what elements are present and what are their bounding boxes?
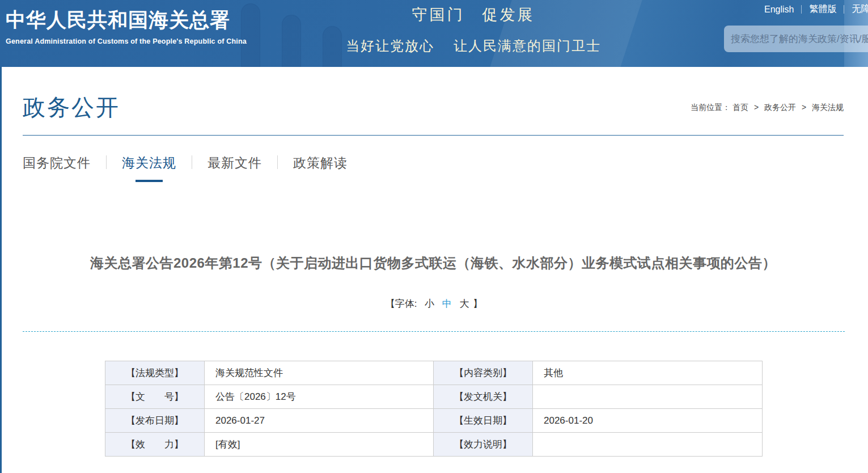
nav-english-link[interactable]: English <box>764 5 794 15</box>
meta-label-effective-date: 【生效日期】 <box>434 409 533 433</box>
nav-separator <box>844 5 844 14</box>
dashed-divider <box>23 331 845 332</box>
breadcrumb-separator: > <box>754 103 759 112</box>
slogan-line1: 守国门 促发展 <box>315 5 632 25</box>
site-header: 中华人民共和国海关总署 General Administration of Cu… <box>0 0 868 67</box>
breadcrumb-level2[interactable]: 海关法规 <box>812 103 844 112</box>
section-title-rule <box>23 135 844 136</box>
search-box[interactable] <box>724 26 868 52</box>
page-left-border <box>0 67 2 473</box>
tab-policy-interpretation[interactable]: 政策解读 <box>278 154 363 172</box>
meta-row: 【法规类型】 海关规范性文件 【内容类别】 其他 <box>105 361 763 385</box>
font-size-large-button[interactable]: 大 <box>460 298 469 309</box>
breadcrumb-level1[interactable]: 政务公开 <box>764 103 796 112</box>
meta-value-validity-note <box>533 433 763 457</box>
breadcrumb-home[interactable]: 首页 <box>732 103 748 112</box>
article-title: 海关总署公告2026年第12号（关于启动进出口货物多式联运（海铁、水水部分）业务… <box>23 254 844 272</box>
tab-customs-regulations[interactable]: 海关法规 <box>107 154 192 182</box>
meta-label-regulation-type: 【法规类型】 <box>105 361 205 385</box>
tab-latest-documents[interactable]: 最新文件 <box>192 154 277 172</box>
document-meta-table: 【法规类型】 海关规范性文件 【内容类别】 其他 【文 号】 公告〔2026〕1… <box>105 361 763 457</box>
breadcrumb: 当前位置： 首页 > 政务公开 > 海关法规 <box>691 103 844 113</box>
meta-value-validity: [有效] <box>205 433 434 457</box>
meta-label-content-category: 【内容类别】 <box>434 361 533 385</box>
meta-label-validity: 【效 力】 <box>105 433 205 457</box>
meta-row: 【发布日期】 2026-01-27 【生效日期】 2026-01-20 <box>105 409 763 433</box>
meta-value-document-number: 公告〔2026〕12号 <box>205 385 434 409</box>
meta-label-validity-note: 【效力说明】 <box>434 433 533 457</box>
font-size-selector: 【字体: 小 中 大 】 <box>0 297 868 310</box>
slogan-line2: 当好让党放心 让人民满意的国门卫士 <box>315 37 632 55</box>
site-logo-subtitle: General Administration of Customs of the… <box>6 37 247 45</box>
meta-value-effective-date: 2026-01-20 <box>533 409 763 433</box>
meta-label-document-number: 【文 号】 <box>105 385 205 409</box>
site-logo[interactable]: 中华人民共和国海关总署 General Administration of Cu… <box>6 7 247 45</box>
meta-row: 【效 力】 [有效] 【效力说明】 <box>105 433 763 457</box>
font-size-medium-button[interactable]: 中 <box>442 298 452 309</box>
nav-traditional-chinese-link[interactable]: 繁體版 <box>809 3 836 15</box>
nav-accessibility-link[interactable]: 无障碍 <box>852 3 868 15</box>
search-input[interactable] <box>731 33 868 45</box>
meta-value-publish-date: 2026-01-27 <box>205 409 434 433</box>
site-logo-title: 中华人民共和国海关总署 <box>6 7 247 33</box>
page-title: 政务公开 <box>23 92 120 123</box>
nav-separator <box>801 5 802 14</box>
font-size-label-suffix: 】 <box>473 298 482 309</box>
header-slogans: 守国门 促发展 当好让党放心 让人民满意的国门卫士 <box>315 5 632 55</box>
top-utility-nav: English 繁體版 无障碍 <box>764 3 868 15</box>
meta-value-issuing-authority <box>533 385 763 409</box>
breadcrumb-separator: > <box>802 103 806 112</box>
meta-label-publish-date: 【发布日期】 <box>105 409 205 433</box>
category-tabs: 国务院文件 海关法规 最新文件 政策解读 <box>23 154 363 182</box>
meta-value-regulation-type: 海关规范性文件 <box>205 361 434 385</box>
header-building-art <box>282 15 301 67</box>
breadcrumb-label: 当前位置： <box>691 103 730 112</box>
meta-row: 【文 号】 公告〔2026〕12号 【发文机关】 <box>105 385 763 409</box>
meta-value-content-category: 其他 <box>533 361 763 385</box>
font-size-label: 【字体: <box>386 298 417 309</box>
meta-label-issuing-authority: 【发文机关】 <box>434 385 533 409</box>
tab-state-council-documents[interactable]: 国务院文件 <box>23 154 106 172</box>
font-size-small-button[interactable]: 小 <box>425 298 434 309</box>
